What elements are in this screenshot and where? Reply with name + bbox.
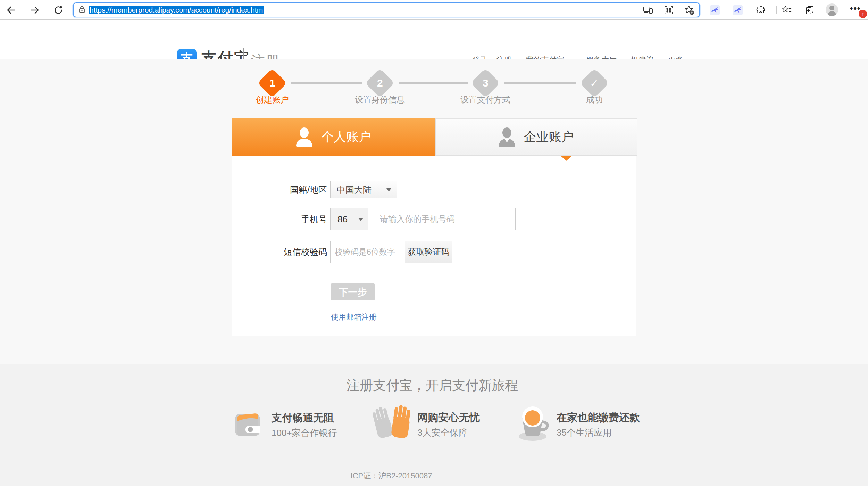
email-register-link[interactable]: 使用邮箱注册 (331, 312, 377, 322)
step-4-indicator: ✓ (580, 68, 609, 98)
country-code-select[interactable]: 86 (330, 208, 368, 230)
region-label: 国籍/地区 (232, 184, 327, 195)
feature-banks: 支付畅通无阻 100+家合作银行 (233, 407, 365, 452)
collections-icon (805, 5, 815, 15)
bird-extension-button-1[interactable] (710, 5, 720, 15)
wallet-icon (233, 410, 262, 438)
phone-label: 手机号 (232, 214, 327, 224)
person-icon-head (502, 127, 511, 138)
person-icon-head (300, 127, 309, 138)
main-section: 1 2 3 ✓ 创建账户 设置身份信息 设置支付方式 成功 个人账户 企业账户 … (0, 59, 868, 364)
feature-subtitle: 35个生活应用 (557, 427, 612, 439)
refresh-icon (53, 5, 64, 15)
feature-bills: 在家也能缴费还款 35个生活应用 (517, 406, 656, 453)
step-1-label: 创建账户 (231, 94, 314, 105)
extensions-button[interactable] (756, 5, 765, 15)
bird-extension-button-2[interactable] (733, 5, 743, 15)
region-select[interactable]: 中国大陆 (330, 181, 397, 198)
back-button[interactable] (6, 5, 17, 16)
feature-security: 网购安心无忧 3大安全保障 (372, 404, 508, 453)
tab-enterprise-label: 企业账户 (524, 129, 574, 146)
feature-title: 支付畅通无阻 (272, 411, 334, 425)
registration-card: 个人账户 企业账户 国籍/地区 中国大陆 手机号 86 短信校验码 (232, 118, 636, 336)
profile-avatar[interactable] (826, 3, 838, 16)
address-bar[interactable]: https://memberprod.alipay.com/account/re… (73, 2, 700, 17)
step-4-label: 成功 (553, 94, 636, 105)
feature-subtitle: 100+家合作银行 (272, 427, 337, 439)
favorites-button[interactable] (782, 5, 792, 15)
lock-icon (78, 5, 85, 15)
avatar-head (829, 6, 834, 10)
business-person-icon (499, 127, 515, 147)
get-code-button[interactable]: 获取验证码 (405, 241, 452, 263)
feature-subtitle: 3大安全保障 (417, 427, 467, 439)
step-3-label: 设置支付方式 (444, 94, 527, 105)
country-code-value: 86 (337, 214, 348, 225)
person-icon (296, 127, 312, 147)
browser-toolbar: https://memberprod.alipay.com/account/re… (0, 0, 868, 20)
toolbar-divider (776, 6, 777, 14)
forward-arrow-icon (30, 5, 40, 15)
add-favorite-star-icon[interactable] (684, 5, 694, 15)
step-connector (291, 82, 362, 84)
tab-enterprise-account[interactable]: 企业账户 (435, 118, 637, 156)
hands-icon (372, 405, 412, 443)
step-2-number: 2 (377, 77, 383, 89)
cup-icon (517, 406, 550, 442)
step-2-indicator: 2 (365, 68, 395, 98)
sms-code-input[interactable] (330, 241, 400, 263)
chevron-down-icon (386, 188, 391, 191)
step-4-check: ✓ (590, 77, 599, 89)
step-connector (399, 82, 468, 84)
step-3-number: 3 (483, 77, 489, 89)
footer-title: 注册支付宝，开启支付新旅程 (0, 377, 865, 394)
active-tab-pointer-icon (560, 156, 572, 161)
page-footer: 注册支付宝，开启支付新旅程 支付畅通无阻 100+家合作银行 (0, 364, 868, 486)
step-1-indicator: 1 (258, 68, 287, 98)
forward-button[interactable] (29, 5, 40, 16)
address-bar-actions (643, 5, 694, 15)
next-step-button[interactable]: 下一步 (331, 283, 375, 300)
phone-input[interactable] (374, 208, 516, 230)
region-select-value: 中国大陆 (337, 184, 372, 196)
browser-window: https://memberprod.alipay.com/account/re… (0, 0, 868, 486)
person-icon-body (296, 139, 312, 147)
chevron-down-icon (358, 218, 363, 221)
step-2-label: 设置身份信息 (338, 94, 422, 105)
step-1-number: 1 (269, 77, 275, 89)
url-text[interactable]: https://memberprod.alipay.com/account/re… (89, 6, 639, 14)
avatar-body (828, 11, 836, 16)
feature-title: 在家也能缴费还款 (557, 411, 640, 425)
person-icon-body (499, 139, 515, 147)
apps-grid-icon[interactable] (664, 5, 674, 15)
bird-icon (711, 6, 719, 14)
collections-button[interactable] (805, 5, 815, 15)
send-to-devices-icon[interactable] (643, 6, 653, 15)
icp-license: ICP证：沪B2-20150087 (0, 471, 783, 481)
puzzle-icon (756, 6, 765, 15)
favorites-star-icon (782, 5, 792, 15)
url-selected-text: https://memberprod.alipay.com/account/re… (89, 6, 264, 14)
step-connector (504, 82, 576, 84)
sms-code-label: 短信校验码 (232, 247, 327, 257)
site-header: 支 支付宝 ALIPAY 注册 登录 - 注册 我的支付宝 服务大厅 提建议 更… (0, 20, 868, 59)
refresh-button[interactable] (53, 5, 64, 16)
back-arrow-icon (6, 5, 16, 15)
step-3-indicator: 3 (471, 68, 500, 98)
browser-update-badge: ↑ (859, 10, 867, 18)
tab-personal-label: 个人账户 (321, 129, 371, 146)
bird-icon (734, 6, 742, 14)
feature-title: 网购安心无忧 (417, 411, 480, 425)
tab-personal-account[interactable]: 个人账户 (232, 118, 435, 156)
